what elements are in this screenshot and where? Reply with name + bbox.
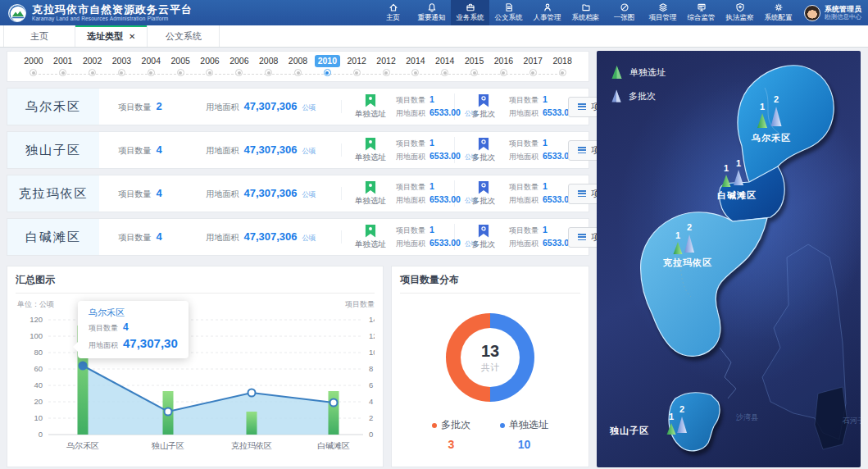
nav-item-bell[interactable]: 重要通知	[412, 0, 451, 25]
user-menu[interactable]: 系统管理员 勘测信息中心	[804, 5, 861, 21]
legend-multi-batch[interactable]: 多批次 3	[432, 418, 470, 451]
nav-item-home[interactable]: 主页	[374, 0, 412, 25]
user-org: 勘测信息中心	[825, 13, 861, 20]
legend-single-site[interactable]: 单独选址 10	[500, 418, 548, 451]
line-point-克拉玛依区[interactable]	[248, 389, 256, 397]
year-item-2012-11[interactable]: 2012	[342, 55, 371, 76]
svg-text:40: 40	[34, 380, 43, 389]
nav-item-folder[interactable]: 系统档案	[566, 0, 605, 25]
donut-panel: 项目数量分布 13 共计 多批次 3 单独选址	[391, 266, 589, 467]
svg-text:1: 1	[736, 158, 741, 168]
nav-item-monitor[interactable]: 综合监管	[682, 0, 720, 25]
year-dot[interactable]	[529, 69, 537, 76]
year-item-2010-10[interactable]: 2010	[312, 55, 342, 76]
combo-chart[interactable]: 单位：公顷项目数量1201410012801060840620410200乌尔禾…	[16, 294, 375, 465]
year-dot[interactable]	[265, 69, 272, 76]
bar-白碱滩区[interactable]	[329, 391, 339, 435]
year-dot[interactable]	[500, 69, 507, 76]
region-dushanzi[interactable]	[669, 393, 720, 451]
year-dot[interactable]	[441, 69, 448, 76]
year-dot[interactable]	[235, 69, 243, 76]
year-dot[interactable]	[30, 69, 37, 76]
year-item-2005-5[interactable]: 2005	[166, 55, 195, 76]
year-item-2014-13[interactable]: 2014	[401, 55, 430, 76]
project-count-label: 项目数量	[118, 145, 151, 157]
line-point-独山子区[interactable]	[165, 408, 172, 416]
top-nav: 主页 重要通知 业务系统 公文系统 人事管理 系统档案 一张图 项目管理 综合监…	[374, 0, 798, 25]
year-item-2014-14[interactable]: 2014	[430, 55, 460, 76]
year-dot[interactable]	[177, 69, 184, 76]
year-dot[interactable]	[411, 69, 419, 76]
single-site-bookmark-icon	[365, 224, 376, 239]
year-item-2002-2[interactable]: 2002	[78, 55, 107, 76]
year-item-2016-16[interactable]: 2016	[489, 55, 519, 76]
line-point-白碱滩区[interactable]	[330, 399, 338, 407]
year-dot[interactable]	[206, 69, 213, 76]
year-item-2008-9[interactable]: 2008	[284, 55, 313, 76]
year-dot[interactable]	[89, 69, 96, 76]
map-legend-multi[interactable]: 多批次	[611, 89, 666, 102]
nav-item-shield[interactable]: 执法监察	[720, 0, 759, 25]
svg-text:10: 10	[369, 348, 375, 357]
year-item-2004-4[interactable]: 2004	[136, 55, 166, 76]
year-dot[interactable]	[148, 69, 155, 76]
land-area-value: 47,307,306	[243, 187, 297, 199]
close-icon[interactable]: ✕	[129, 32, 135, 41]
district-name: 乌尔禾区	[7, 89, 99, 125]
x-label: 克拉玛依区	[231, 441, 272, 450]
app-logo-icon	[8, 4, 26, 22]
single-site-bookmark-icon	[365, 93, 376, 108]
tab-home[interactable]: 主页	[3, 25, 75, 47]
line-point-乌尔禾区[interactable]	[80, 362, 87, 370]
year-item-2008-8[interactable]: 2008	[254, 55, 284, 76]
year-dot[interactable]	[353, 69, 361, 76]
bar-克拉玛依区[interactable]	[247, 412, 257, 435]
year-dot[interactable]	[59, 69, 66, 76]
year-item-2015-15[interactable]: 2015	[460, 55, 489, 76]
svg-text:20: 20	[34, 397, 43, 406]
multi-batch-label: 多批次	[472, 196, 496, 207]
map-label-wuerhe: 乌尔禾区	[751, 133, 791, 143]
year-dot[interactable]	[383, 69, 390, 76]
year-item-2006-6[interactable]: 2006	[195, 55, 225, 76]
year-dot[interactable]	[470, 69, 478, 76]
legend-dot	[500, 423, 505, 428]
nav-item-briefcase[interactable]: 业务系统	[451, 0, 489, 25]
year-item-2001-1[interactable]: 2001	[48, 55, 78, 76]
nav-item-gear[interactable]: 系统配置	[759, 0, 798, 25]
nav-item-layers[interactable]: 项目管理	[643, 0, 682, 25]
svg-text:60: 60	[34, 364, 43, 373]
nav-item-person[interactable]: 人事管理	[528, 0, 566, 25]
person-icon	[543, 2, 552, 12]
tab-site-selection-type[interactable]: 选址类型 ✕	[75, 25, 148, 47]
donut-total-label: 共计	[481, 362, 499, 374]
nav-item-document[interactable]: 公文系统	[489, 0, 528, 25]
list-icon	[578, 103, 586, 110]
svg-text:100: 100	[30, 331, 43, 340]
multi-batch-label: 多批次	[472, 153, 496, 163]
land-area-unit: 公顷	[302, 190, 316, 200]
year-dot[interactable]	[118, 69, 125, 76]
nav-item-globe[interactable]: 一张图	[605, 0, 643, 25]
single-count: 1	[429, 225, 434, 234]
user-avatar[interactable]	[804, 5, 820, 21]
year-item-2012-12[interactable]: 2012	[371, 55, 401, 76]
tab-document-system[interactable]: 公文系统	[148, 25, 220, 47]
year-item-2000-0[interactable]: 2000	[19, 55, 48, 76]
project-count-value: 2	[156, 100, 161, 112]
single-site-bookmark-icon	[365, 180, 376, 195]
svg-text:2: 2	[369, 413, 373, 422]
year-item-2003-3[interactable]: 2003	[107, 55, 137, 76]
list-icon	[578, 190, 586, 197]
map-panel[interactable]: 单独选址 多批次	[597, 51, 861, 467]
land-area-label: 用地面积	[206, 102, 239, 113]
map-legend-single[interactable]: 单独选址	[611, 66, 666, 79]
karamay-map[interactable]: 1 2 乌尔禾区 1 1 白碱滩区 1 2 克拉玛依区 1 2 独山子区 沙湾县…	[597, 51, 861, 467]
year-item-2018-18[interactable]: 2018	[548, 55, 577, 76]
year-item-2017-17[interactable]: 2017	[518, 55, 548, 76]
donut-chart[interactable]: 13 共计	[446, 313, 534, 402]
year-dot[interactable]	[559, 69, 566, 76]
year-item-2006-7[interactable]: 2006	[225, 55, 254, 76]
year-dot[interactable]	[324, 69, 331, 76]
year-dot[interactable]	[294, 69, 302, 76]
